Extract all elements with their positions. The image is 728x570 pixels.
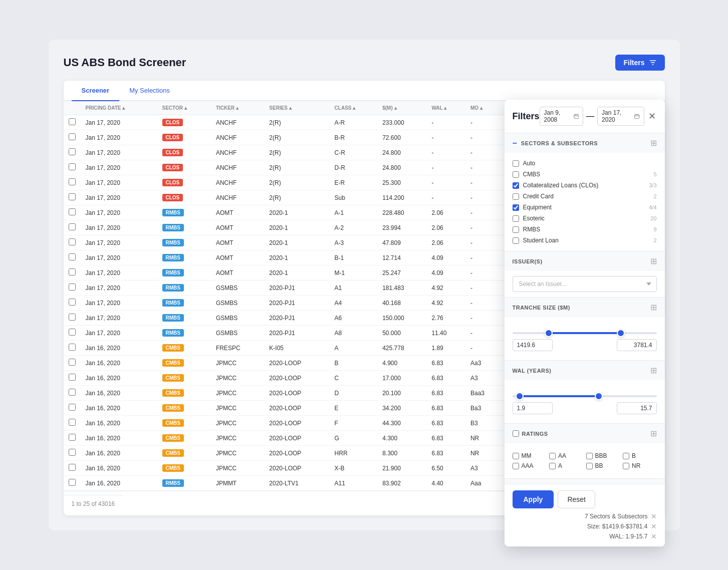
rating-label: B xyxy=(632,452,636,459)
row-checkbox-cell xyxy=(64,220,81,235)
sectors-section-content: Auto CMBS 5 Collateralized Loans (CLOs) … xyxy=(505,153,665,251)
row-checkbox[interactable] xyxy=(69,314,76,321)
ratings-settings-icon[interactable]: ⊞ xyxy=(650,429,657,438)
row-sector: RMBS xyxy=(157,205,211,220)
row-checkbox[interactable] xyxy=(69,178,76,185)
issuers-settings-icon[interactable]: ⊞ xyxy=(650,256,657,266)
row-checkbox[interactable] xyxy=(69,208,76,215)
col-sector[interactable]: SECTOR ▴ xyxy=(157,101,211,115)
row-date: Jan 17, 2020 xyxy=(81,205,157,220)
agencies-section-header[interactable]: RATING AGENCIES ⊞ xyxy=(505,479,665,484)
row-checkbox[interactable] xyxy=(69,238,76,245)
row-checkbox[interactable] xyxy=(69,374,76,381)
wal-min-input[interactable] xyxy=(513,402,553,414)
rating-checkbox[interactable] xyxy=(623,463,629,469)
row-checkbox[interactable] xyxy=(69,479,76,486)
row-checkbox[interactable] xyxy=(69,299,76,306)
filter-actions: Apply Reset xyxy=(513,490,657,508)
row-mo: Ba3 xyxy=(465,401,503,416)
tab-screener[interactable]: Screener xyxy=(72,81,120,101)
wal-slider-track[interactable] xyxy=(513,395,657,397)
rating-checkbox[interactable] xyxy=(513,463,519,469)
rating-checkbox[interactable] xyxy=(549,453,556,459)
sector-checkbox[interactable] xyxy=(513,193,519,200)
tranche-min-input[interactable] xyxy=(513,339,553,351)
reset-button[interactable]: Reset xyxy=(558,490,595,508)
wal-slider-fill xyxy=(520,395,599,397)
row-checkbox[interactable] xyxy=(69,283,76,291)
row-checkbox[interactable] xyxy=(69,163,76,170)
row-checkbox[interactable] xyxy=(69,329,76,336)
col-pricing-date[interactable]: PRICING DATE ▴ xyxy=(81,101,157,115)
sector-checkbox[interactable] xyxy=(513,226,519,233)
row-checkbox[interactable] xyxy=(69,449,76,456)
col-series[interactable]: SERIES ▴ xyxy=(264,101,329,115)
row-checkbox[interactable] xyxy=(69,223,76,230)
col-class[interactable]: CLASS ▴ xyxy=(330,101,378,115)
filter-body: − SECTORS & SUBSECTORS ⊞ Auto CMBS 5 Col… xyxy=(505,133,665,484)
row-checkbox[interactable] xyxy=(69,464,76,471)
row-checkbox[interactable] xyxy=(69,193,76,200)
filter-tag: Size: $1419.6-$3781.4✕ xyxy=(513,522,657,530)
rating-label: NR xyxy=(632,462,640,469)
col-wal[interactable]: WAL ▴ xyxy=(426,101,465,115)
col-sm[interactable]: $(M) ▴ xyxy=(377,101,426,115)
apply-button[interactable]: Apply xyxy=(513,490,554,508)
row-checkbox[interactable] xyxy=(69,133,76,140)
ratings-section-header[interactable]: RATINGS ⊞ xyxy=(505,424,665,443)
sectors-settings-icon[interactable]: ⊞ xyxy=(650,138,657,148)
sector-checkbox[interactable] xyxy=(513,171,519,178)
sectors-section-header[interactable]: − SECTORS & SUBSECTORS ⊞ xyxy=(505,133,665,153)
tranche-thumb-right[interactable] xyxy=(617,329,625,337)
row-checkbox[interactable] xyxy=(69,268,76,275)
row-checkbox[interactable] xyxy=(69,419,76,426)
row-checkbox[interactable] xyxy=(69,148,76,155)
tab-my-selections[interactable]: My Selections xyxy=(119,81,180,101)
row-checkbox[interactable] xyxy=(69,118,76,125)
rating-checkbox[interactable] xyxy=(586,463,593,469)
wal-max-input[interactable] xyxy=(617,402,657,414)
sector-checkbox[interactable] xyxy=(513,160,519,167)
row-checkbox[interactable] xyxy=(69,389,76,396)
filters-button[interactable]: Filters xyxy=(615,55,664,71)
sector-checkbox[interactable] xyxy=(513,182,519,189)
wal-settings-icon[interactable]: ⊞ xyxy=(650,366,657,375)
rating-checkbox[interactable] xyxy=(549,463,556,469)
sector-checkbox[interactable] xyxy=(513,215,519,222)
filter-tag-close[interactable]: ✕ xyxy=(651,522,657,530)
rating-checkbox[interactable] xyxy=(623,453,629,459)
tranche-max-input[interactable] xyxy=(617,339,657,351)
sector-checkbox[interactable] xyxy=(513,204,519,211)
row-checkbox[interactable] xyxy=(69,359,76,366)
tranche-slider-track[interactable] xyxy=(513,332,657,334)
col-ticker[interactable]: TICKER ▴ xyxy=(211,101,264,115)
row-checkbox[interactable] xyxy=(69,434,76,441)
tranche-thumb-left[interactable] xyxy=(545,329,553,337)
col-mo[interactable]: MO ▴ xyxy=(465,101,503,115)
row-checkbox[interactable] xyxy=(69,253,76,260)
row-checkbox[interactable] xyxy=(69,344,76,351)
row-checkbox-cell xyxy=(64,205,81,220)
wal-section-header[interactable]: WAL (YEARS) ⊞ xyxy=(505,361,665,380)
row-sector: RMBS xyxy=(157,296,211,311)
ratings-toggle-checkbox[interactable] xyxy=(513,430,519,437)
filter-tag-close[interactable]: ✕ xyxy=(651,512,657,520)
filter-tag-close[interactable]: ✕ xyxy=(651,532,657,540)
row-sector: CLOS xyxy=(157,130,211,145)
row-ticker: ANCHF xyxy=(211,115,264,130)
wal-thumb-right[interactable] xyxy=(595,392,603,400)
tranche-settings-icon[interactable]: ⊞ xyxy=(650,303,657,312)
date-from-input[interactable]: Jan 9, 2008 xyxy=(540,107,584,126)
filter-close-button[interactable]: ✕ xyxy=(647,111,657,122)
issuers-section-header[interactable]: ISSUER(S) ⊞ xyxy=(505,251,665,271)
date-to-input[interactable]: Jan 17, 2020 xyxy=(597,107,644,126)
rating-checkbox[interactable] xyxy=(513,453,519,459)
rating-checkbox[interactable] xyxy=(586,453,593,459)
calendar-icon-from xyxy=(574,113,579,119)
issuer-select[interactable]: Select an Issuer... xyxy=(513,276,657,292)
row-checkbox[interactable] xyxy=(69,404,76,411)
sector-checkbox[interactable] xyxy=(513,237,519,244)
wal-thumb-left[interactable] xyxy=(516,392,524,400)
tranche-section-header[interactable]: TRANCHE SIZE ($M) ⊞ xyxy=(505,298,665,317)
row-class: A-2 xyxy=(330,220,378,235)
